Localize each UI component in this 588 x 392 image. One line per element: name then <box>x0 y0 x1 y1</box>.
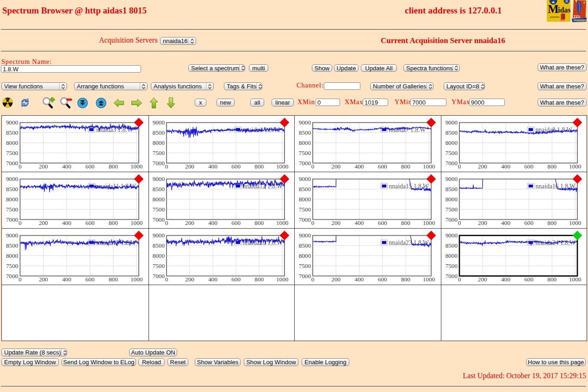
svg-text:1000: 1000 <box>130 163 143 170</box>
svg-text:400: 400 <box>208 276 217 283</box>
svg-text:8500: 8500 <box>6 186 19 193</box>
svg-text:8500: 8500 <box>6 129 19 136</box>
svg-text:1000: 1000 <box>569 276 582 283</box>
svg-text:200: 200 <box>39 276 48 283</box>
svg-text:800: 800 <box>109 276 118 283</box>
svg-text:8500: 8500 <box>446 129 458 136</box>
svg-text:nnaida15 1.8.W: nnaida15 1.8.W <box>389 183 429 190</box>
svg-text:7500: 7500 <box>153 262 165 269</box>
svg-text:600: 600 <box>378 219 387 226</box>
svg-text:0: 0 <box>19 276 22 283</box>
svg-text:8500: 8500 <box>299 129 311 136</box>
svg-text:1000: 1000 <box>423 219 435 226</box>
svg-text:8500: 8500 <box>153 242 165 249</box>
svg-text:powered by: powered by <box>550 16 559 18</box>
svg-text:8500: 8500 <box>153 186 165 193</box>
svg-text:0: 0 <box>311 276 315 283</box>
svg-text:8000: 8000 <box>153 139 165 146</box>
svg-text:400: 400 <box>62 163 71 170</box>
svg-text:200: 200 <box>39 219 48 226</box>
svg-text:0: 0 <box>19 163 22 170</box>
svg-text:400: 400 <box>62 276 71 283</box>
svg-text:1000: 1000 <box>276 219 289 226</box>
svg-text:800: 800 <box>547 276 557 283</box>
svg-text:8000: 8000 <box>446 139 458 146</box>
svg-text:7500: 7500 <box>446 206 458 213</box>
svg-text:0: 0 <box>311 219 315 226</box>
svg-text:7000: 7000 <box>6 273 19 280</box>
svg-text:200: 200 <box>39 163 48 170</box>
svg-text:9000: 9000 <box>446 119 458 126</box>
svg-text:1000: 1000 <box>130 219 143 226</box>
svg-text:7500: 7500 <box>299 149 311 156</box>
svg-text:7000: 7000 <box>299 273 311 280</box>
svg-text:7500: 7500 <box>6 262 19 269</box>
svg-text:7500: 7500 <box>446 262 458 269</box>
svg-text:8000: 8000 <box>446 252 458 259</box>
svg-text:600: 600 <box>524 219 533 226</box>
svg-text:400: 400 <box>355 163 364 170</box>
svg-text:7000: 7000 <box>299 160 311 167</box>
svg-text:0: 0 <box>311 163 315 170</box>
svg-text:7500: 7500 <box>153 206 165 213</box>
svg-text:8000: 8000 <box>446 196 458 203</box>
svg-text:0: 0 <box>458 219 461 226</box>
svg-text:7000: 7000 <box>446 216 458 223</box>
svg-text:8000: 8000 <box>299 196 311 203</box>
svg-text:0: 0 <box>19 219 22 226</box>
svg-text:0: 0 <box>458 163 461 170</box>
svg-text:600: 600 <box>524 276 533 283</box>
svg-text:8000: 8000 <box>299 252 311 259</box>
svg-text:8000: 8000 <box>6 139 19 146</box>
svg-text:400: 400 <box>501 219 510 226</box>
svg-text:200: 200 <box>185 219 194 226</box>
svg-text:600: 600 <box>378 163 387 170</box>
svg-text:8000: 8000 <box>153 196 165 203</box>
svg-text:9000: 9000 <box>299 175 311 182</box>
svg-text:1000: 1000 <box>130 276 143 283</box>
svg-text:400: 400 <box>62 219 71 226</box>
svg-text:7500: 7500 <box>299 206 311 213</box>
svg-text:9000: 9000 <box>153 175 165 182</box>
svg-text:7000: 7000 <box>6 216 19 223</box>
svg-text:9000: 9000 <box>446 175 458 182</box>
svg-text:800: 800 <box>401 163 410 170</box>
svg-text:1000: 1000 <box>569 163 582 170</box>
svg-text:8000: 8000 <box>299 139 311 146</box>
svg-text:200: 200 <box>331 163 340 170</box>
svg-text:400: 400 <box>208 219 217 226</box>
svg-text:800: 800 <box>401 276 410 283</box>
svg-text:7000: 7000 <box>153 273 165 280</box>
svg-text:800: 800 <box>109 219 118 226</box>
svg-text:8000: 8000 <box>6 196 19 203</box>
svg-text:800: 800 <box>254 219 264 226</box>
svg-text:POWERED: POWERED <box>574 19 587 22</box>
svg-text:7500: 7500 <box>6 206 19 213</box>
svg-text:7500: 7500 <box>6 149 19 156</box>
svg-text:9000: 9000 <box>153 119 165 126</box>
svg-text:600: 600 <box>378 276 387 283</box>
svg-text:0: 0 <box>458 276 461 283</box>
svg-text:800: 800 <box>547 219 557 226</box>
svg-text:400: 400 <box>501 163 510 170</box>
svg-text:1000: 1000 <box>423 163 435 170</box>
svg-text:0: 0 <box>165 219 168 226</box>
svg-text:200: 200 <box>185 163 194 170</box>
svg-text:9000: 9000 <box>153 232 165 239</box>
svg-text:1000: 1000 <box>569 219 582 226</box>
svg-text:0: 0 <box>165 163 168 170</box>
svg-text:8500: 8500 <box>446 242 458 249</box>
svg-text:8000: 8000 <box>153 252 165 259</box>
svg-text:600: 600 <box>231 163 241 170</box>
svg-text:1000: 1000 <box>423 276 435 283</box>
svg-text:8000: 8000 <box>6 252 19 259</box>
svg-text:600: 600 <box>524 163 533 170</box>
svg-text:800: 800 <box>547 163 557 170</box>
svg-text:7000: 7000 <box>6 160 19 167</box>
svg-text:600: 600 <box>86 219 95 226</box>
svg-text:7000: 7000 <box>153 216 165 223</box>
svg-text:TCL: TCL <box>574 14 581 19</box>
svg-text:600: 600 <box>86 276 95 283</box>
svg-text:200: 200 <box>331 276 340 283</box>
svg-text:200: 200 <box>331 219 340 226</box>
